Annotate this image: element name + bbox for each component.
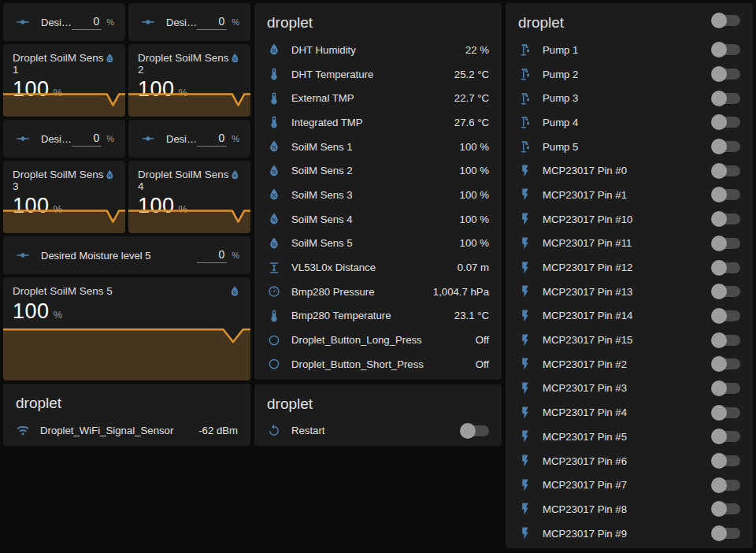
entity-row[interactable]: Pump 1 <box>506 38 753 62</box>
number-input[interactable]: 0 <box>197 248 227 263</box>
toggle-switch[interactable] <box>713 213 740 225</box>
soil-sensor-card-5[interactable]: Droplet SoilM Sens 5 100 % <box>3 277 250 380</box>
toggle-switch[interactable] <box>461 425 489 436</box>
sensor-title: Droplet SoilM Sens 3 <box>13 169 104 192</box>
toggle-switch[interactable] <box>713 117 740 128</box>
toggle-switch[interactable] <box>713 286 740 297</box>
soil-sensor-card-1[interactable]: Droplet SoilM Sens 1 100 % <box>3 44 125 117</box>
entity-row[interactable]: MCP23017 Pin #12 <box>506 255 753 280</box>
entity-row[interactable]: External TMP 22.7 °C <box>254 86 502 110</box>
entity-row[interactable]: SoilM Sens 4 100 % <box>254 207 502 232</box>
entity-name: MCP23017 Pin #1 <box>543 189 713 201</box>
toggle-switch[interactable] <box>713 69 740 80</box>
entity-row[interactable]: VL53L0x Distance 0.07 m <box>254 255 502 280</box>
water-percent-icon <box>229 52 241 65</box>
entity-row[interactable]: Integrated TMP 27.6 °C <box>254 110 502 135</box>
entity-row[interactable]: Droplet_Button_Long_Press Off <box>254 328 502 352</box>
left-column: Desired … 0 % Desired … 0 % Droplet Soil… <box>3 3 250 548</box>
entity-name: Integrated TMP <box>291 117 454 128</box>
number-input[interactable]: 0 <box>72 15 102 30</box>
toggle-switch[interactable] <box>713 431 740 442</box>
entity-state: 25.2 °C <box>454 69 489 80</box>
entity-row[interactable]: Pump 3 <box>506 86 753 110</box>
entity-row[interactable]: MCP23017 Pin #5 <box>506 425 753 449</box>
toggle-switch[interactable] <box>713 262 740 273</box>
entity-row[interactable]: MCP23017 Pin #7 <box>506 473 753 497</box>
water-percent-icon <box>267 164 281 178</box>
input-label: Desired … <box>166 133 197 145</box>
desired-moisture-card-4[interactable]: Desired … 0 % <box>128 120 250 158</box>
entity-state: -62 dBm <box>198 425 238 436</box>
entity-row[interactable]: SoilM Sens 3 100 % <box>254 183 502 207</box>
entity-name: MCP23017 Pin #3 <box>543 382 713 394</box>
toggle-switch[interactable] <box>713 165 740 176</box>
entity-row[interactable]: DHT Temperature 25.2 °C <box>254 62 502 87</box>
soil-sensor-card-4[interactable]: Droplet SoilM Sens 4 100 % <box>128 161 250 233</box>
toggle-switch[interactable] <box>713 528 740 539</box>
desired-moisture-card-2[interactable]: Desired … 0 % <box>128 3 250 41</box>
entity-row[interactable]: SoilM Sens 1 100 % <box>254 135 502 159</box>
number-input[interactable]: 0 <box>197 15 227 30</box>
desired-moisture-card-3[interactable]: Desired … 0 % <box>3 120 125 158</box>
entity-name: MCP23017 Pin #6 <box>543 455 713 467</box>
input-label: Desired … <box>166 17 197 28</box>
toggle-switch[interactable] <box>713 455 740 466</box>
number-input[interactable]: 0 <box>197 132 227 147</box>
entity-row[interactable]: Pump 4 <box>506 110 753 135</box>
entity-row[interactable]: Bmp280 Temperature 23.1 °C <box>254 304 502 328</box>
toggle-switch[interactable] <box>713 358 740 369</box>
flash-icon <box>518 333 532 347</box>
toggle-switch[interactable] <box>713 407 740 418</box>
entity-row[interactable]: MCP23017 Pin #1 <box>506 183 753 207</box>
toggle-knob <box>711 66 727 82</box>
entity-row[interactable]: MCP23017 Pin #3 <box>506 377 753 401</box>
soil-sensor-card-3[interactable]: Droplet SoilM Sens 3 100 % <box>3 161 125 233</box>
card-title: droplet <box>3 384 250 418</box>
thermometer-icon <box>267 115 281 129</box>
entity-row[interactable]: DHT Humidity 22 % <box>254 38 502 62</box>
soil-sensor-card-2[interactable]: Droplet SoilM Sens 2 100 % <box>128 44 250 117</box>
entity-row[interactable]: Bmp280 Pressure 1,004.7 hPa <box>254 280 502 304</box>
thermometer-icon <box>267 309 281 323</box>
water-percent-icon <box>267 212 281 226</box>
entity-row[interactable]: Droplet_WiFi_Signal_Sensor -62 dBm <box>3 418 250 443</box>
entity-row[interactable]: MCP23017 Pin #2 <box>506 352 753 377</box>
toggle-switch[interactable] <box>713 141 740 152</box>
toggle-switch[interactable] <box>713 93 740 104</box>
entity-row[interactable]: MCP23017 Pin #0 <box>506 158 753 183</box>
card-header-toggle[interactable] <box>713 15 740 26</box>
entity-row[interactable]: SoilM Sens 2 100 % <box>254 158 502 183</box>
entity-row[interactable]: SoilM Sens 5 100 % <box>254 232 502 256</box>
entity-state: 1,004.7 hPa <box>433 286 489 298</box>
entity-row[interactable]: MCP23017 Pin #9 <box>506 521 753 546</box>
entity-state: Off <box>476 358 489 370</box>
entity-row[interactable]: Pump 5 <box>506 135 753 159</box>
toggle-switch[interactable] <box>713 310 740 321</box>
entity-row[interactable]: Restart <box>254 419 502 444</box>
desired-moisture-card-5[interactable]: Desired Moisture level 5 0 % <box>3 236 250 274</box>
number-input[interactable]: 0 <box>72 132 102 147</box>
entity-row[interactable]: MCP23017 Pin #4 <box>506 400 753 425</box>
entity-name: Bmp280 Pressure <box>291 286 433 298</box>
flash-icon <box>518 357 532 371</box>
toggle-switch[interactable] <box>713 383 740 394</box>
toggle-knob <box>711 13 727 28</box>
toggle-knob <box>711 380 727 396</box>
toggle-switch[interactable] <box>713 335 740 346</box>
toggle-switch[interactable] <box>713 480 740 491</box>
entity-row[interactable]: MCP23017 Pin #13 <box>506 280 753 304</box>
desired-moisture-card-1[interactable]: Desired … 0 % <box>3 3 125 41</box>
entity-row[interactable]: MCP23017 Pin #10 <box>506 207 753 232</box>
toggle-switch[interactable] <box>713 238 740 249</box>
entity-row[interactable]: MCP23017 Pin #11 <box>506 232 753 256</box>
toggle-switch[interactable] <box>713 189 740 200</box>
entity-row[interactable]: MCP23017 Pin #6 <box>506 449 753 473</box>
entity-row[interactable]: Droplet_Button_Short_Press Off <box>254 352 502 377</box>
entity-row[interactable]: Pump 2 <box>506 62 753 87</box>
toggle-switch[interactable] <box>713 44 740 55</box>
entity-name: MCP23017 Pin #10 <box>543 213 713 225</box>
toggle-switch[interactable] <box>713 503 740 514</box>
entity-row[interactable]: MCP23017 Pin #14 <box>506 304 753 328</box>
entity-row[interactable]: MCP23017 Pin #15 <box>506 328 753 352</box>
entity-row[interactable]: MCP23017 Pin #8 <box>506 497 753 521</box>
